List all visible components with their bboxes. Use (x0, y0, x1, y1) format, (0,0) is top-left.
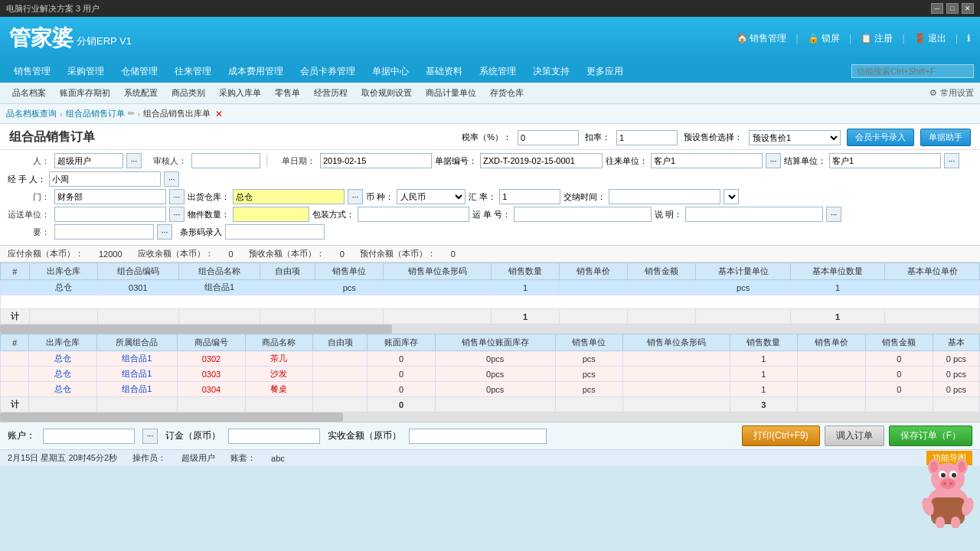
deliver-input[interactable] (54, 207, 166, 222)
svg-point-5 (941, 473, 946, 478)
subnav-warehouse[interactable]: 存货仓库 (484, 85, 530, 101)
col-combo-code: 组合品编码 (97, 263, 178, 280)
home-nav[interactable]: 🏠 销售管理 (737, 32, 786, 45)
tradetime-label: 交纳时间： (564, 191, 606, 203)
eam-nav[interactable]: ℹ (967, 33, 971, 44)
doc-assistant-button[interactable]: 单据助手 (920, 129, 971, 146)
settings-area[interactable]: ⚙ 常用设置 (929, 87, 974, 99)
presale-select[interactable]: 预设售价1 (749, 130, 841, 145)
taxrate-input[interactable] (518, 130, 579, 145)
docno-input[interactable] (480, 153, 603, 168)
tradetime-input[interactable] (609, 189, 720, 204)
subnav-category[interactable]: 商品类别 (165, 85, 211, 101)
nav-system[interactable]: 系统管理 (472, 62, 524, 81)
owed-local-label: 应付余额（本币）： (8, 248, 83, 259)
print-button[interactable]: 打印(Ctrl+F9) (742, 425, 820, 446)
currency-select[interactable]: 人民币 (397, 189, 466, 204)
subnav-history[interactable]: 经营历程 (308, 85, 354, 101)
sub-table-scrollbar[interactable] (0, 412, 980, 422)
sub-table-row[interactable]: 总仓 组合品1 0302 茶几 0 0pcs pcs 1 0 0 pcs (1, 351, 980, 367)
mascot-image: 猪小妹 (917, 444, 978, 528)
svg-point-9 (949, 482, 952, 485)
warehouse-dots-button[interactable]: ··· (348, 189, 363, 204)
subnav-config[interactable]: 系统配置 (118, 85, 164, 101)
breadcrumb-close-icon[interactable]: ✕ (215, 109, 223, 119)
breadcrumb-item-2[interactable]: 组合品销售订单 (66, 108, 125, 119)
sub-table-row[interactable]: 总仓 组合品1 0303 沙发 0 0pcs pcs 1 0 0 pcs (1, 367, 980, 382)
package-input[interactable] (358, 207, 469, 222)
register-nav[interactable]: 📋 注册 (861, 32, 893, 45)
minimize-button[interactable]: ─ (931, 3, 943, 14)
subnav-uom[interactable]: 商品计量单位 (420, 85, 482, 101)
breadcrumb-item-1[interactable]: 品名档板查询 (6, 108, 57, 119)
settings-label: 常用设置 (940, 87, 974, 99)
nav-purchase[interactable]: 采购管理 (60, 62, 112, 81)
sub-table-section: # 出库仓库 所属组合品 商品编号 商品名称 自由项 账面库存 销售单位账面库存… (0, 334, 980, 422)
target-label: 往来单位： (606, 155, 648, 167)
maximize-button[interactable]: □ (946, 3, 959, 14)
exrate-input[interactable] (499, 189, 560, 204)
import-order-button[interactable]: 调入订单 (825, 425, 884, 446)
actual-label: 实收金额（原币） (328, 429, 401, 442)
shipno-input[interactable] (514, 207, 652, 222)
date-input[interactable] (320, 153, 432, 168)
remark-dots-button[interactable]: ··· (826, 207, 841, 222)
target-input[interactable] (651, 153, 763, 168)
sub-table-total-row: 计 0 3 (1, 397, 980, 412)
receivable-local-value: 0 (229, 249, 234, 259)
nav-sales[interactable]: 销售管理 (6, 62, 58, 81)
nav-cost[interactable]: 成本费用管理 (220, 62, 291, 81)
subnav-price-rules[interactable]: 取价规则设置 (355, 85, 418, 101)
handler-input[interactable] (49, 171, 161, 187)
main-table-row[interactable]: 总仓 0301 组合品1 pcs 1 pcs 1 (1, 280, 980, 295)
actual-input[interactable] (409, 429, 547, 444)
remark-input[interactable] (685, 207, 823, 222)
subnav-purchase-in[interactable]: 采购入库单 (213, 85, 267, 101)
handler-dots-button[interactable]: ··· (164, 171, 179, 187)
date-label: 单日期： (273, 155, 315, 167)
barcode-input[interactable] (225, 224, 325, 240)
tradetime-select[interactable] (724, 189, 739, 204)
logo-area: 管家婆 分销ERP V1 (9, 24, 132, 53)
dept-input[interactable] (54, 189, 166, 204)
account-input[interactable] (43, 429, 135, 444)
target-dots-button[interactable]: ··· (766, 153, 781, 168)
account-dots-button[interactable]: ··· (142, 429, 158, 444)
svg-point-13 (958, 461, 965, 472)
note-input[interactable] (54, 224, 154, 240)
subnav-product-file[interactable]: 品名档案 (6, 85, 52, 101)
person-input[interactable] (54, 153, 123, 168)
settle-dots-button[interactable]: ··· (944, 153, 959, 168)
main-table-scrollbar[interactable] (0, 324, 980, 334)
auditor-input[interactable] (191, 153, 260, 168)
settle-input[interactable] (829, 153, 941, 168)
dept-dots-button[interactable]: ··· (169, 189, 185, 204)
nav-warehouse[interactable]: 仓储管理 (113, 62, 165, 81)
lock-nav[interactable]: 🔒 锁屏 (808, 32, 840, 45)
nav-docs[interactable]: 单据中心 (364, 62, 416, 81)
order-input[interactable] (228, 429, 320, 444)
subnav-retail[interactable]: 零售单 (269, 85, 306, 101)
sub-table-row[interactable]: 总仓 组合品1 0304 餐桌 0 0pcs pcs 1 0 0 pcs (1, 382, 980, 397)
person-dots-button[interactable]: ··· (126, 153, 142, 168)
nav-member[interactable]: 会员卡券管理 (292, 62, 363, 81)
nav-basic[interactable]: 基础资料 (418, 62, 470, 81)
function-search-input[interactable] (851, 64, 974, 78)
svg-point-8 (943, 482, 946, 485)
save-order-button[interactable]: 保存订单（F） (889, 425, 972, 446)
close-button[interactable]: ✕ (962, 3, 974, 14)
discount-input[interactable] (616, 130, 678, 145)
deliver-dots-button[interactable]: ··· (169, 207, 185, 222)
package-label: 包装方式： (312, 209, 354, 220)
warehouse-input[interactable] (233, 189, 345, 204)
status-account-label: 账套： (230, 452, 256, 464)
col-base-qty: 基本单位数量 (790, 263, 885, 280)
nav-decision[interactable]: 决策支持 (525, 62, 577, 81)
subnav-account-init[interactable]: 账面库存期初 (54, 85, 116, 101)
note-dots-button[interactable]: ··· (157, 224, 172, 240)
exit-nav[interactable]: 🚪 退出 (914, 32, 946, 45)
member-card-button[interactable]: 会员卡号录入 (847, 129, 914, 146)
nav-more[interactable]: 更多应用 (579, 62, 631, 81)
nav-transactions[interactable]: 往来管理 (167, 62, 219, 81)
pieces-input[interactable] (233, 207, 309, 222)
